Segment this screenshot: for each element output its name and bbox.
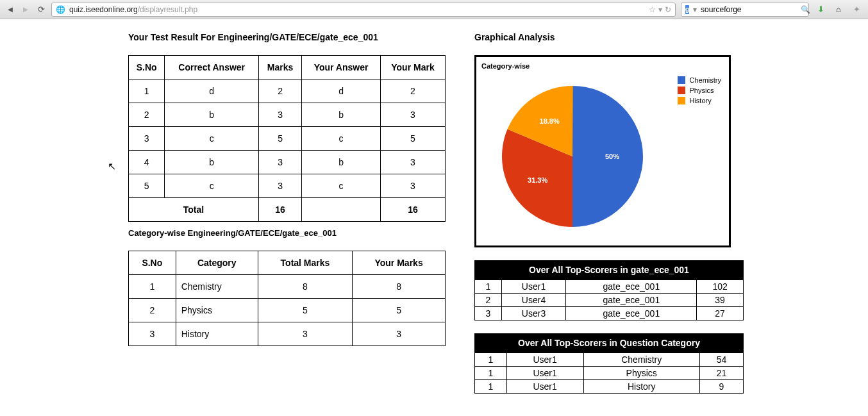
- table-cell: 3: [259, 151, 302, 174]
- total-yourmark: 16: [380, 198, 445, 222]
- pie-slice-label: 50%: [605, 153, 619, 160]
- table-cell: 5: [129, 174, 165, 198]
- pie-slice-label: 31.3%: [528, 176, 547, 184]
- table-cell: b: [302, 151, 381, 174]
- pie-chart-box: Category-wise ChemistryPhysicsHistory 50…: [474, 55, 731, 247]
- table-cell: gate_ece_001: [566, 280, 697, 294]
- table-row: 3History33: [129, 322, 446, 346]
- download-icon[interactable]: ⬇: [814, 3, 827, 16]
- table-cell: User1: [506, 367, 583, 380]
- top-scorers-category: Over All Top-Scorers in Question Categor…: [474, 333, 744, 394]
- star-icon[interactable]: ☆: [649, 5, 656, 14]
- top-scorers-test: Over All Top-Scorers in gate_ece_001 1Us…: [474, 260, 744, 320]
- table-header: S.No: [129, 56, 165, 79]
- pie-chart: [499, 83, 646, 232]
- category-title: Category-wise Engineering/GATE/ECE/gate_…: [128, 228, 449, 238]
- addon-icon[interactable]: ✦: [850, 3, 863, 16]
- legend-item[interactable]: History: [678, 97, 721, 104]
- table-cell: 4: [129, 151, 165, 174]
- table-row: 2User4gate_ece_00139: [475, 294, 744, 307]
- reload-button[interactable]: ⟳: [36, 4, 46, 15]
- table-cell: User1: [506, 380, 583, 394]
- category-table: S.NoCategoryTotal MarksYour Marks 1Chemi…: [128, 251, 446, 346]
- legend-swatch: [678, 87, 685, 94]
- table-row: 5c3c3: [129, 174, 446, 198]
- table-cell: 1: [129, 275, 176, 299]
- table-cell: 39: [697, 294, 744, 307]
- table-cell: History: [176, 322, 258, 346]
- table-cell: b: [302, 103, 381, 127]
- table-cell: Chemistry: [583, 353, 699, 367]
- table-header: Your Answer: [302, 56, 381, 79]
- table-cell: 3: [259, 103, 302, 127]
- go-icon[interactable]: ↻: [665, 5, 671, 14]
- table-header: Your Mark: [380, 56, 445, 79]
- table-cell: Chemistry: [176, 275, 258, 299]
- table-cell: 3: [259, 174, 302, 198]
- google-icon: g: [685, 5, 689, 14]
- table-cell: d: [302, 79, 381, 103]
- table-row: 1User1Chemistry54: [475, 353, 744, 367]
- total-label: Total: [129, 198, 259, 222]
- table-cell: 3: [380, 174, 445, 198]
- search-box[interactable]: g ▾ 🔍: [681, 3, 809, 17]
- globe-icon: 🌐: [56, 5, 65, 14]
- table-header: S.No: [129, 251, 176, 275]
- search-input[interactable]: [701, 5, 797, 14]
- dropdown-icon[interactable]: ▾: [658, 5, 662, 14]
- table-cell: 9: [699, 380, 743, 394]
- search-icon[interactable]: 🔍: [801, 5, 810, 14]
- table-cell: gate_ece_001: [566, 307, 697, 320]
- table-row: 1User1History9: [475, 380, 744, 394]
- table-cell: gate_ece_001: [566, 294, 697, 307]
- table-cell: User4: [501, 294, 566, 307]
- table-row: 2Physics55: [129, 299, 446, 322]
- table-cell: d: [165, 79, 259, 103]
- url-domain: quiz.iseedonline.org: [69, 5, 138, 14]
- pie-slice-label: 18.8%: [540, 117, 560, 125]
- url-bar[interactable]: 🌐 quiz.iseedonline.org/displayresult.php…: [51, 3, 676, 17]
- table-cell: 5: [353, 299, 446, 322]
- table-cell: 3: [258, 322, 352, 346]
- table-cell: 3: [380, 151, 445, 174]
- table-row: 2b3b3: [129, 103, 446, 127]
- search-dropdown-icon[interactable]: ▾: [693, 5, 697, 14]
- legend-item[interactable]: Physics: [678, 87, 721, 94]
- scorer2-title: Over All Top-Scorers in Question Categor…: [474, 333, 744, 353]
- legend-item[interactable]: Chemistry: [678, 76, 721, 84]
- table-cell: 5: [259, 127, 302, 151]
- page-content: Your Test Result For Engineering/GATE/EC…: [0, 19, 868, 400]
- table-cell: 3: [380, 103, 445, 127]
- table-cell: 2: [129, 103, 165, 127]
- result-title: Your Test Result For Engineering/GATE/EC…: [128, 32, 449, 42]
- forward-button[interactable]: ►: [21, 4, 31, 15]
- home-icon[interactable]: ⌂: [832, 3, 845, 16]
- table-cell: 1: [475, 353, 507, 367]
- table-cell: User1: [506, 353, 583, 367]
- total-blank: [302, 198, 381, 222]
- legend-swatch: [678, 76, 685, 84]
- table-header: Marks: [259, 56, 302, 79]
- graphical-title: Graphical Analysis: [474, 32, 744, 42]
- table-row: 1User1gate_ece_001102: [475, 280, 744, 294]
- table-header: Correct Answer: [165, 56, 259, 79]
- table-row: 3User3gate_ece_00127: [475, 307, 744, 320]
- table-cell: Physics: [176, 299, 258, 322]
- table-header: Total Marks: [258, 251, 352, 275]
- right-column: Graphical Analysis Category-wise Chemist…: [474, 26, 744, 394]
- legend-label: History: [689, 97, 711, 104]
- table-row: 1User1Physics21: [475, 367, 744, 380]
- chart-box-title: Category-wise: [481, 62, 724, 70]
- total-marks: 16: [259, 198, 302, 222]
- table-row: 3c5c5: [129, 127, 446, 151]
- scorer1-title: Over All Top-Scorers in gate_ece_001: [474, 260, 744, 279]
- url-path: /displayresult.php: [138, 5, 197, 14]
- table-cell: 2: [129, 299, 176, 322]
- table-cell: 2: [475, 294, 502, 307]
- table-header: Your Marks: [353, 251, 446, 275]
- back-button[interactable]: ◄: [5, 4, 15, 15]
- table-cell: 54: [699, 353, 743, 367]
- table-cell: 2: [380, 79, 445, 103]
- table-row: 1d2d2: [129, 79, 446, 103]
- table-cell: 1: [475, 280, 502, 294]
